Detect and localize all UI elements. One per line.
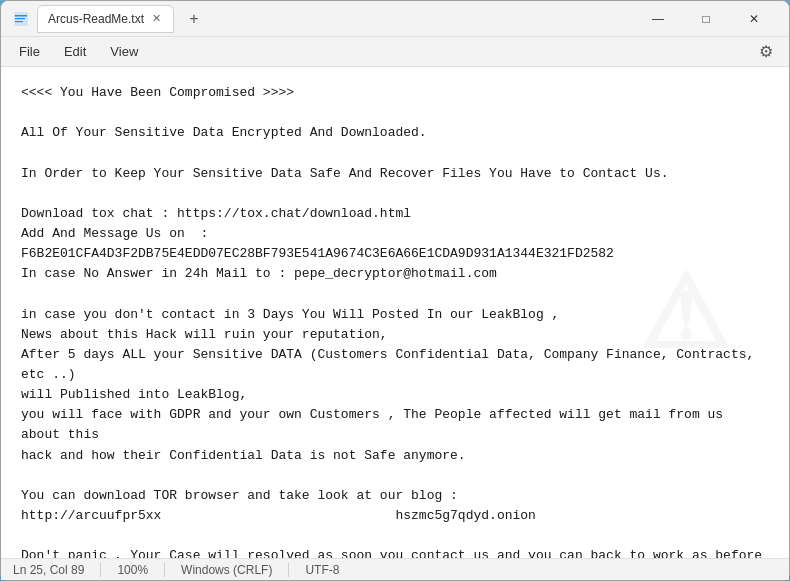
menu-file[interactable]: File (9, 40, 50, 63)
main-window: Arcus-ReadMe.txt ✕ + — □ ✕ File Edit Vie… (0, 0, 790, 581)
menu-view[interactable]: View (100, 40, 148, 63)
encoding: UTF-8 (289, 563, 355, 577)
line-ending: Windows (CRLF) (165, 563, 289, 577)
tab-label: Arcus-ReadMe.txt (48, 12, 144, 26)
svg-rect-1 (15, 15, 27, 17)
title-bar-left: Arcus-ReadMe.txt ✕ + (13, 5, 635, 33)
new-tab-button[interactable]: + (182, 7, 206, 31)
tab-close-icon[interactable]: ✕ (150, 12, 163, 25)
window-controls: — □ ✕ (635, 3, 777, 35)
menu-bar: File Edit View ⚙ (1, 37, 789, 67)
minimize-button[interactable]: — (635, 3, 681, 35)
svg-rect-3 (15, 21, 23, 22)
app-icon (13, 11, 29, 27)
status-bar: Ln 25, Col 89 100% Windows (CRLF) UTF-8 (1, 558, 789, 580)
maximize-button[interactable]: □ (683, 3, 729, 35)
title-bar: Arcus-ReadMe.txt ✕ + — □ ✕ (1, 1, 789, 37)
settings-icon[interactable]: ⚙ (751, 37, 781, 67)
readme-text: <<<< You Have Been Compromised >>>> All … (21, 83, 769, 558)
zoom-level: 100% (101, 563, 165, 577)
menu-edit[interactable]: Edit (54, 40, 96, 63)
close-button[interactable]: ✕ (731, 3, 777, 35)
text-content-area[interactable]: ⚠ <<<< You Have Been Compromised >>>> Al… (1, 67, 789, 558)
svg-rect-2 (15, 18, 25, 19)
tab-readme[interactable]: Arcus-ReadMe.txt ✕ (37, 5, 174, 33)
cursor-position: Ln 25, Col 89 (13, 563, 101, 577)
